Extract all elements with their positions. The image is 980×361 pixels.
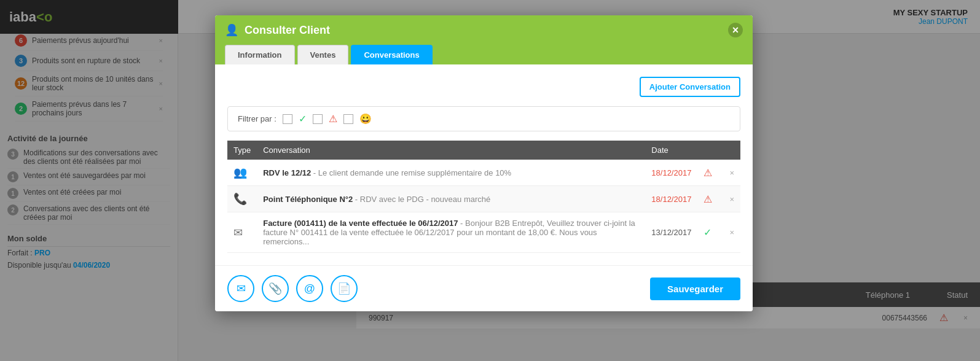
type-cell: 👥 xyxy=(227,160,257,186)
conv-date: 18/12/2017 xyxy=(651,168,691,177)
status-cell: ✓ xyxy=(697,212,718,253)
type-icon: ✉ xyxy=(233,227,243,239)
conversation-cell: RDV le 12/12 - Le client demande une rem… xyxy=(257,160,645,186)
modal-footer: ✉ 📎 @ 📄 Sauvegarder xyxy=(215,265,753,311)
modal-user-icon: 👤 xyxy=(225,23,238,37)
type-cell: 📞 xyxy=(227,186,257,212)
document-icon-btn[interactable]: 📄 xyxy=(331,275,358,302)
conv-main: Point Téléphonique N°2 xyxy=(263,195,353,204)
type-cell: ✉ xyxy=(227,212,257,253)
status-alert-icon: ⚠ xyxy=(704,168,712,178)
table-header-row: Type Conversation Date xyxy=(227,141,740,160)
tag-icon-btn[interactable]: ✉ xyxy=(227,275,254,302)
filter-checkbox-3[interactable] xyxy=(343,114,353,124)
modal-header: 👤 Consulter Client × xyxy=(215,15,753,45)
col-delete xyxy=(718,141,740,160)
conv-main: RDV le 12/12 xyxy=(263,168,311,177)
document-icon: 📄 xyxy=(337,282,351,295)
filter-check-icon: ✓ xyxy=(299,113,307,125)
tab-information[interactable]: Information xyxy=(225,45,295,64)
conv-date: 18/12/2017 xyxy=(651,195,691,204)
status-cell: ⚠ xyxy=(697,160,718,186)
tab-conversations[interactable]: Conversations xyxy=(351,45,432,64)
paperclip-icon: 📎 xyxy=(269,282,282,295)
conv-sub: - Le client demande une remise supplémen… xyxy=(313,168,511,177)
conv-main: Facture (001411) de la vente effectuée l… xyxy=(263,219,458,228)
conv-delete-btn[interactable]: × xyxy=(729,228,734,237)
conversation-cell: Facture (001411) de la vente effectuée l… xyxy=(257,212,645,253)
type-icon: 👥 xyxy=(233,166,247,179)
col-status xyxy=(697,141,718,160)
add-conversation-btn[interactable]: Ajouter Conversation xyxy=(640,77,740,97)
tag-icon: ✉ xyxy=(237,282,246,295)
delete-cell: × xyxy=(718,160,740,186)
delete-cell: × xyxy=(718,186,740,212)
at-icon: @ xyxy=(304,282,315,295)
conv-delete-btn[interactable]: × xyxy=(729,195,734,204)
delete-cell: × xyxy=(718,212,740,253)
status-alert-icon: ⚠ xyxy=(704,194,712,204)
col-type: Type xyxy=(227,141,257,160)
table-row: 📞 Point Téléphonique N°2 - RDV avec le P… xyxy=(227,186,740,212)
conversations-tbody: 👥 RDV le 12/12 - Le client demande une r… xyxy=(227,160,740,253)
paperclip-icon-btn[interactable]: 📎 xyxy=(262,275,289,302)
date-cell: 18/12/2017 xyxy=(645,186,697,212)
type-icon: 📞 xyxy=(233,193,247,205)
modal: 👤 Consulter Client × Information Ventes … xyxy=(215,15,753,311)
save-button[interactable]: Sauvegarder xyxy=(650,278,740,300)
conv-sub: - RDV avec le PDG - nouveau marché xyxy=(355,195,490,204)
status-cell: ⚠ xyxy=(697,186,718,212)
conv-date: 13/12/2017 xyxy=(651,228,691,237)
table-row: ✉ Facture (001411) de la vente effectuée… xyxy=(227,212,740,253)
modal-body: Ajouter Conversation Filtrer par : ✓ ⚠ 😀… xyxy=(215,64,753,265)
filter-alert-icon: ⚠ xyxy=(329,113,337,125)
conversations-table: Type Conversation Date 👥 RDV le 12/12 - … xyxy=(227,141,740,253)
filter-label: Filtrer par : xyxy=(238,114,276,123)
conv-delete-btn[interactable]: × xyxy=(729,168,734,177)
modal-close-btn[interactable]: × xyxy=(728,23,743,37)
at-icon-btn[interactable]: @ xyxy=(296,275,323,302)
col-date: Date xyxy=(645,141,697,160)
date-cell: 18/12/2017 xyxy=(645,160,697,186)
footer-icons: ✉ 📎 @ 📄 xyxy=(227,275,358,302)
filter-bar: Filtrer par : ✓ ⚠ 😀 xyxy=(227,106,740,131)
modal-tabs: Information Ventes Conversations xyxy=(215,45,753,64)
date-cell: 13/12/2017 xyxy=(645,212,697,253)
filter-checkbox-2[interactable] xyxy=(313,114,323,124)
tab-ventes[interactable]: Ventes xyxy=(297,45,349,64)
table-row: 👥 RDV le 12/12 - Le client demande une r… xyxy=(227,160,740,186)
filter-smiley-icon: 😀 xyxy=(359,113,372,125)
modal-title: Consulter Client xyxy=(245,24,722,37)
filter-checkbox-1[interactable] xyxy=(283,114,292,124)
status-ok-icon: ✓ xyxy=(704,227,711,238)
conversation-cell: Point Téléphonique N°2 - RDV avec le PDG… xyxy=(257,186,645,212)
col-conversation: Conversation xyxy=(257,141,645,160)
